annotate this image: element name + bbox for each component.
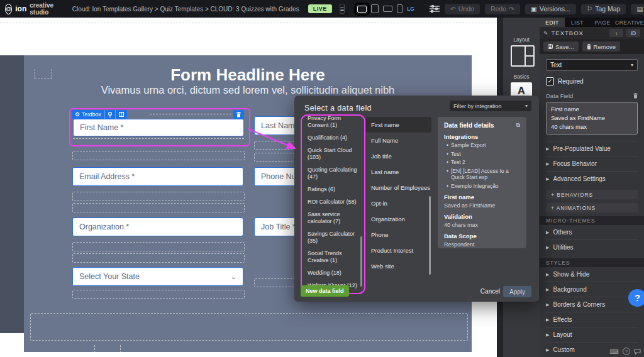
triangle-right-icon: ▶ — [546, 177, 549, 182]
state-select[interactable]: Select Your State ⌄ — [72, 267, 243, 286]
element-toolbar: ⚙ Textbox — [72, 110, 127, 119]
filter-by-integration-select[interactable]: Filter by integration▾ — [450, 101, 531, 111]
tablet-landscape-device-icon[interactable] — [383, 6, 392, 12]
tab-creative[interactable]: CREATIVE — [615, 18, 644, 27]
field-item[interactable]: Opt-in — [366, 195, 431, 211]
category-item[interactable]: Qualification (4) — [308, 135, 358, 141]
field-item[interactable]: Product Interest — [366, 243, 431, 258]
section-effects[interactable]: ▶ Effects — [546, 312, 638, 327]
external-link-icon[interactable]: ⧉ — [516, 122, 520, 129]
field-item[interactable]: Full Name — [366, 133, 431, 148]
redo-button[interactable]: Redo↷ — [485, 4, 520, 14]
category-item[interactable]: Quoting Calculating (47) — [308, 167, 358, 180]
integration-category-list: Privacy Form Consent (1) Qualification (… — [301, 114, 365, 294]
settings-sliders-icon[interactable] — [430, 5, 440, 13]
placeholder-slot — [254, 278, 299, 287]
tag-map-button[interactable]: ⚐Tag Map — [581, 4, 626, 14]
layout-chip[interactable] — [116, 110, 127, 119]
placeholder-slot — [72, 242, 245, 251]
proof-button[interactable]: ▤Proof — [631, 4, 644, 14]
section-others[interactable]: ▶ Others — [546, 225, 638, 239]
field-item[interactable]: Phone — [366, 227, 431, 243]
form-headline[interactable]: Form Headline Here — [24, 65, 472, 85]
integration-item: Exemplo Integração — [451, 183, 499, 190]
category-item[interactable]: Social Trends Creative (1) — [308, 250, 358, 264]
top-bar: @ ion creative studio Cloud: Ion Templat… — [0, 0, 644, 18]
required-checkbox[interactable]: ✓ — [546, 77, 554, 85]
section-show-hide[interactable]: ▶ Show & Hide — [546, 267, 638, 282]
placeholder-container — [30, 313, 468, 341]
behaviors-section-bar[interactable]: + BEHAVIORS — [546, 190, 638, 199]
field-item-selected[interactable]: First name — [366, 117, 431, 133]
versions-button[interactable]: ▣Versions... — [525, 4, 576, 14]
tab-page[interactable]: PAGE — [590, 18, 615, 27]
category-item[interactable]: Quick Start Cloud (103) — [308, 147, 358, 161]
required-row: ✓ Required — [546, 77, 638, 85]
placeholder-slot — [72, 290, 245, 299]
textbox-toolbar-chip[interactable]: ⚙ Textbox — [72, 110, 105, 119]
field-item[interactable]: Job title — [366, 148, 431, 164]
live-badge: LIVE — [308, 4, 332, 13]
triangle-right-icon: ▶ — [546, 317, 549, 322]
lg-breakpoint-label[interactable]: LG — [407, 6, 414, 12]
category-item[interactable]: Saas service calculator (7) — [308, 211, 358, 225]
category-item[interactable]: Ratings (6) — [308, 186, 358, 193]
layout-component-icon[interactable] — [511, 45, 535, 67]
textbox-type-select[interactable]: Text▾ — [546, 59, 638, 71]
id-button[interactable]: ID — [626, 29, 640, 37]
email-input[interactable]: Email Address * — [72, 167, 243, 186]
scrollbar[interactable] — [429, 196, 431, 275]
app-logo[interactable]: @ ion creative studio — [0, 2, 64, 16]
section-utilities[interactable]: ▶ Utilities — [546, 239, 638, 255]
gear-icon: ⚙ — [75, 111, 80, 118]
category-item[interactable]: Privacy Form Consent (1) — [308, 115, 358, 129]
scrollbar[interactable] — [360, 236, 362, 287]
animations-section-bar[interactable]: + ANIMATIONS — [546, 203, 638, 212]
field-item[interactable]: Organization — [366, 211, 431, 227]
tablet-device-icon[interactable] — [371, 4, 379, 13]
section-borders-corners[interactable]: ▶ Borders & Corners — [546, 297, 638, 312]
field-item[interactable]: Number of Employees — [366, 180, 431, 195]
apply-button[interactable]: Apply — [503, 286, 531, 297]
chat-icon[interactable] — [634, 349, 641, 354]
sidebar-body: Text▾ ✓ Required Data Field First name S… — [540, 54, 644, 357]
desktop-device-icon[interactable] — [357, 6, 367, 13]
section-layout[interactable]: ▶ Layout — [546, 327, 638, 342]
form-subtitle[interactable]: Vivamus urna orci, dictum sed lorem vel,… — [24, 84, 472, 96]
organization-input[interactable]: Organization * — [72, 217, 243, 236]
field-item[interactable]: Web site — [366, 258, 431, 274]
help-fab-button[interactable]: ? — [628, 289, 644, 307]
pages-list-icon[interactable]: ≡ — [340, 4, 345, 14]
triangle-right-icon: ▶ — [546, 332, 549, 338]
keyboard-icon[interactable]: ⌨ — [610, 348, 619, 355]
field-item[interactable]: Last name — [366, 164, 431, 180]
save-button[interactable]: Save... — [543, 41, 579, 52]
category-item[interactable]: Savings Calculator (35) — [308, 231, 358, 244]
new-data-field-button[interactable]: New data field — [301, 285, 349, 297]
pin-chip[interactable] — [105, 110, 116, 119]
data-field-value-box[interactable]: First name Saved as FirstName 40 chars m… — [546, 102, 638, 135]
data-scope-label: Data Scope — [444, 233, 520, 239]
phone-device-icon[interactable] — [397, 4, 402, 13]
section-focus-behavior[interactable]: ▶ Focus Behavior — [546, 156, 638, 171]
triangle-right-icon: ▶ — [546, 245, 549, 250]
breadcrumb[interactable]: Cloud: Ion Templates Gallery > Quiz Temp… — [72, 6, 299, 13]
section-background[interactable]: ▶ Background — [546, 282, 638, 297]
remove-button[interactable]: Remove — [582, 41, 620, 52]
undo-button[interactable]: ↶Undo — [445, 4, 480, 14]
delete-element-button[interactable] — [233, 110, 244, 119]
pencil-icon[interactable]: ✎ — [543, 30, 548, 36]
section-advanced-settings[interactable]: ▶ Advanced Settings — [546, 171, 638, 186]
category-item[interactable]: Wedding (18) — [308, 270, 358, 277]
placeholder-slot — [72, 151, 245, 160]
cancel-button[interactable]: Cancel — [480, 288, 500, 295]
tab-list[interactable]: LIST — [565, 18, 590, 27]
clear-data-field-icon[interactable] — [633, 93, 638, 99]
section-pre-populated-value[interactable]: ▶ Pre-Populated Value — [546, 141, 638, 156]
container-guide-line — [0, 23, 496, 23]
triangle-right-icon: ▶ — [546, 287, 549, 292]
category-item[interactable]: ROI Calculator (58) — [308, 199, 358, 206]
tab-edit[interactable]: EDIT — [540, 18, 565, 27]
scroll-down-button[interactable]: ↓ — [609, 29, 623, 37]
help-icon[interactable]: ? — [623, 348, 630, 355]
